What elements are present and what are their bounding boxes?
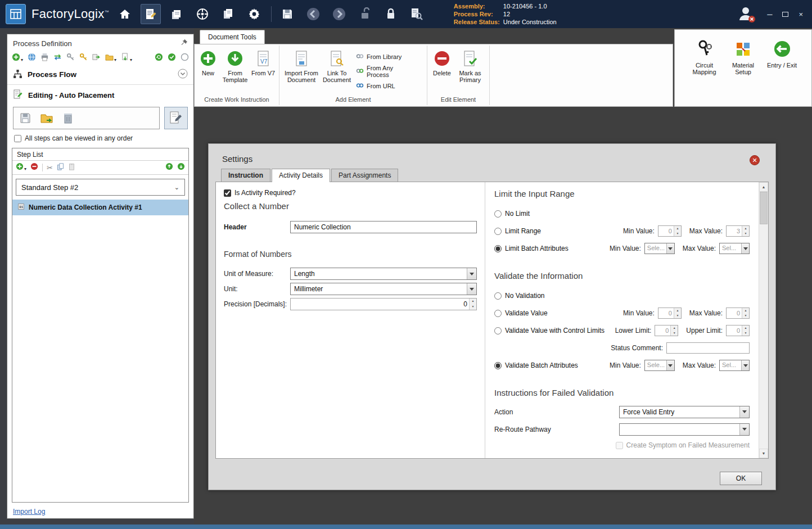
validate-batch-min-select[interactable]: Sele... xyxy=(644,360,675,371)
limit-batch-attributes-radio[interactable] xyxy=(494,245,502,252)
scroll-up-icon[interactable]: ▲ xyxy=(759,182,768,192)
refresh-icon[interactable] xyxy=(155,53,163,64)
limit-range-min-spinner[interactable]: 0▲▼ xyxy=(658,225,682,237)
web-icon[interactable] xyxy=(28,53,36,64)
steps-any-order-checkbox[interactable] xyxy=(14,135,21,142)
folder-sync-icon[interactable]: ▾ xyxy=(105,53,116,64)
minimize-button[interactable]: ─ xyxy=(767,10,772,19)
export-icon[interactable] xyxy=(92,53,101,64)
back-icon[interactable] xyxy=(303,4,323,24)
inactive-status-icon[interactable] xyxy=(181,53,189,64)
lock-icon[interactable] xyxy=(381,4,401,24)
add-icon[interactable]: ▾ xyxy=(12,53,23,64)
close-button[interactable]: × xyxy=(799,10,803,19)
sync-process-icon[interactable] xyxy=(53,53,62,64)
dialog-close-button[interactable]: ✕ xyxy=(750,155,760,165)
templates-icon[interactable] xyxy=(166,4,187,24)
cut-icon[interactable]: ✂ xyxy=(47,164,53,172)
maximize-button[interactable] xyxy=(782,12,788,17)
scroll-down-icon[interactable]: ▼ xyxy=(759,449,768,458)
mark-as-primary-button[interactable]: Mark as Primary xyxy=(454,47,486,83)
tab-part-assignments[interactable]: Part Assignments xyxy=(331,169,398,182)
gold-key-icon[interactable] xyxy=(79,53,88,64)
scrollbar-thumb[interactable] xyxy=(760,192,768,224)
spin-down-icon[interactable]: ▼ xyxy=(742,313,749,318)
audit-search-icon[interactable] xyxy=(407,4,427,24)
scrollbar-track[interactable] xyxy=(759,224,768,449)
unit-of-measure-select[interactable]: Length xyxy=(290,268,477,280)
header-input[interactable] xyxy=(290,221,477,233)
copy-icon[interactable] xyxy=(57,162,64,173)
circuit-mapping-button[interactable]: Circuit Mapping xyxy=(685,38,724,75)
spin-down-icon[interactable]: ▼ xyxy=(742,231,749,236)
validate-batch-max-select[interactable]: Sel... xyxy=(719,360,750,371)
limit-batch-max-select[interactable]: Sel... xyxy=(719,243,750,254)
spin-up-icon[interactable]: ▲ xyxy=(742,308,749,313)
from-template-button[interactable]: From Template xyxy=(219,47,251,83)
unlock-icon[interactable] xyxy=(355,4,375,24)
validate-batch-attributes-radio[interactable] xyxy=(494,362,502,369)
tab-instruction[interactable]: Instruction xyxy=(221,169,270,182)
from-url-button[interactable]: From URL xyxy=(356,82,412,91)
spin-down-icon[interactable]: ▼ xyxy=(674,231,681,236)
move-down-icon[interactable] xyxy=(177,162,185,173)
add-step-icon[interactable]: ▾ xyxy=(16,162,26,173)
import-template-button[interactable] xyxy=(38,110,55,126)
delete-element-button[interactable]: Delete xyxy=(430,47,454,76)
save-document-button[interactable] xyxy=(17,110,34,126)
spin-down-icon[interactable]: ▼ xyxy=(671,331,678,336)
no-validation-radio[interactable] xyxy=(494,292,502,300)
no-limit-radio[interactable] xyxy=(494,210,502,218)
entry-exit-button[interactable]: Entry / Exit xyxy=(763,38,801,69)
tab-activity-details[interactable]: Activity Details xyxy=(272,169,330,182)
validate-value-min-spinner[interactable]: 0▲▼ xyxy=(658,308,682,319)
precision-spinner[interactable]: 0 ▲▼ xyxy=(290,298,477,310)
spin-up-icon[interactable]: ▲ xyxy=(742,325,749,331)
settings-gear-icon[interactable] xyxy=(244,4,264,24)
process-definition-icon[interactable] xyxy=(141,4,161,24)
documents-icon[interactable] xyxy=(218,4,238,24)
key-icon[interactable] xyxy=(66,53,75,64)
import-log-link[interactable]: Import Log xyxy=(13,508,45,516)
limit-range-max-spinner[interactable]: 3▲▼ xyxy=(726,225,750,237)
validate-value-radio[interactable] xyxy=(494,310,502,317)
spin-down-icon[interactable]: ▼ xyxy=(674,313,681,318)
paste-icon[interactable] xyxy=(68,162,75,173)
print-icon[interactable] xyxy=(40,53,49,64)
ok-button[interactable]: OK xyxy=(720,472,762,485)
forward-icon[interactable] xyxy=(329,4,349,24)
home-icon[interactable] xyxy=(115,4,135,24)
validate-control-limits-radio[interactable] xyxy=(494,327,502,334)
collapse-section-icon[interactable] xyxy=(178,69,188,80)
from-library-button[interactable]: From Library xyxy=(356,52,412,61)
spin-up-icon[interactable]: ▲ xyxy=(674,308,681,313)
list-item-numeric-activity[interactable]: 01 Numeric Data Collection Activity #1 xyxy=(12,200,188,215)
user-status-icon[interactable] xyxy=(737,4,756,24)
remove-step-icon[interactable] xyxy=(30,162,38,173)
from-v7-button[interactable]: V7 From V7 xyxy=(251,47,276,76)
lower-limit-spinner[interactable]: 0▲▼ xyxy=(655,325,678,336)
from-any-process-button[interactable]: From Any Process xyxy=(356,65,412,78)
material-setup-button[interactable]: Material Setup xyxy=(724,38,763,75)
spin-down-icon[interactable]: ▼ xyxy=(742,331,749,336)
spin-up-icon[interactable]: ▲ xyxy=(742,226,749,231)
limit-range-radio[interactable] xyxy=(494,228,502,235)
validate-icon[interactable] xyxy=(168,53,176,64)
spin-up-icon[interactable]: ▲ xyxy=(470,299,476,304)
validate-value-max-spinner[interactable]: 0▲▼ xyxy=(726,308,750,319)
link-to-document-button[interactable]: Link To Document xyxy=(321,47,353,83)
spin-up-icon[interactable]: ▲ xyxy=(671,325,678,331)
move-up-icon[interactable] xyxy=(165,162,173,173)
limit-batch-min-select[interactable]: Sele... xyxy=(644,243,675,254)
delete-document-button[interactable] xyxy=(60,110,76,126)
spin-up-icon[interactable]: ▲ xyxy=(674,226,681,231)
spin-down-icon[interactable]: ▼ xyxy=(470,304,476,310)
upper-limit-spinner[interactable]: 0▲▼ xyxy=(726,325,750,336)
unit-select[interactable]: Millimeter xyxy=(290,283,477,295)
dialog-scrollbar[interactable]: ▲ ▼ xyxy=(759,182,768,458)
import-from-document-button[interactable]: Import From Document xyxy=(282,47,321,83)
step-select[interactable]: Standard Step #2 ⌄ xyxy=(16,179,185,196)
save-icon[interactable] xyxy=(277,4,297,24)
action-select[interactable]: Force Valid Entry xyxy=(619,406,750,418)
navigation-icon[interactable] xyxy=(192,4,213,24)
